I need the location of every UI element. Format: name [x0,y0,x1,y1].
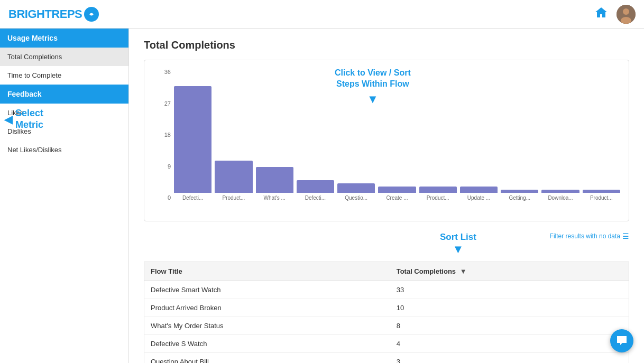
home-button[interactable] [594,6,608,23]
bar[interactable] [256,167,293,193]
filter-link[interactable]: Filter results with no data ☰ [550,232,629,240]
bar-group[interactable]: Questio... [337,183,375,201]
bar-label: Defecti... [182,195,203,201]
bar[interactable] [583,190,620,193]
bar[interactable] [174,86,211,193]
sidebar-section-usage: Usage Metrics [0,29,128,48]
filter-icon: ☰ [622,232,629,240]
sidebar-item-net-likes-dislikes[interactable]: Net Likes/Dislikes [0,141,128,159]
page-title: Total Completions [144,39,629,51]
table-row[interactable]: What's My Order Status 8 [144,317,629,335]
cell-completions: 10 [390,299,629,317]
bar-group[interactable]: What's ... [256,167,293,201]
logo-text-black: BRIGHT [8,7,51,21]
chat-button[interactable] [610,329,633,352]
y-label-0: 0 [168,194,171,201]
logo-text-blue: REPS [51,7,82,21]
table-header-row: Filter results with no data ☰ [144,232,629,240]
header-right [594,5,636,24]
bar-label: Downloa... [548,195,573,201]
bar-group[interactable]: Product... [419,187,457,201]
sort-desc-icon: ▼ [460,267,467,275]
bar[interactable] [215,161,252,193]
cell-flow-title: Question About Bill [144,353,390,364]
bar-group[interactable]: Create ... [378,187,416,201]
header: BRIGHTREPS [0,0,644,29]
bar-group[interactable]: Update ... [460,187,498,201]
bar-group[interactable]: Defecti... [174,86,211,201]
bar[interactable] [337,183,375,193]
bar[interactable] [419,187,457,193]
bar-label: What's ... [263,195,285,201]
sidebar-item-time-to-complete[interactable]: Time to Complete [0,66,128,85]
sort-annotation-container: Sort List ▼ Filter results with no data … [144,232,629,262]
svg-point-2 [623,8,629,15]
filter-text: Filter results with no data [550,232,620,240]
cell-completions: 3 [390,353,629,364]
cell-flow-title: Defective Smart Watch [144,281,390,299]
sidebar-item-dislikes[interactable]: Dislikes [0,122,128,141]
y-label-27: 27 [164,100,171,107]
y-axis: 36 27 18 9 0 [153,69,173,201]
logo-icon [84,7,99,22]
bar[interactable] [378,187,416,193]
sort-annotation: Sort List ▼ [440,232,476,256]
bar-label: Getting... [509,195,530,201]
completions-table: Flow Title Total Completions ▼ Defective… [144,262,629,363]
y-label-18: 18 [164,132,171,138]
bar-label: Defecti... [305,195,326,201]
chart-area: 36 27 18 9 0 Defecti... Product... What'… [153,69,620,217]
table-section: Sort List ▼ Filter results with no data … [144,232,629,363]
y-label-36: 36 [164,69,171,75]
sort-arrow-down-icon: ▼ [440,243,476,256]
avatar[interactable] [617,5,636,24]
table-header-row-el: Flow Title Total Completions ▼ [144,262,629,281]
table-row[interactable]: Defective S Watch 4 [144,335,629,353]
logo-text: BRIGHTREPS [8,7,82,21]
bar[interactable] [541,190,579,193]
table-body: Defective Smart Watch 33 Product Arrived… [144,281,629,364]
bar[interactable] [460,187,498,193]
bars-wrapper: Defecti... Product... What's ... Defecti… [174,69,620,217]
bar-label: Create ... [386,195,408,201]
col-flow-title: Flow Title [144,262,390,281]
app-layout: Usage Metrics Total Completions Time to … [0,29,644,363]
bar-group[interactable]: Defecti... [297,180,334,201]
sidebar: Usage Metrics Total Completions Time to … [0,29,129,363]
chart-container: Click to View / SortSteps Within Flow ▼ … [144,60,629,221]
cell-completions: 33 [390,281,629,299]
bar-label: Update ... [467,195,490,201]
bar-group[interactable]: Downloa... [541,190,579,201]
cell-flow-title: Defective S Watch [144,335,390,353]
table-head: Flow Title Total Completions ▼ [144,262,629,281]
table-row[interactable]: Defective Smart Watch 33 [144,281,629,299]
table-row[interactable]: Question About Bill 3 [144,353,629,364]
y-label-9: 9 [168,163,171,170]
bar-label: Product... [427,195,449,201]
bar[interactable] [297,180,334,193]
bar-label: Questio... [345,195,367,201]
cell-completions: 4 [390,335,629,353]
col-total-completions[interactable]: Total Completions ▼ [390,262,629,281]
bar-group[interactable]: Product... [583,190,620,201]
bar-group[interactable]: Getting... [501,190,538,201]
logo: BRIGHTREPS [8,7,99,22]
cell-flow-title: What's My Order Status [144,317,390,335]
sidebar-item-total-completions[interactable]: Total Completions [0,48,128,66]
sidebar-item-likes[interactable]: Likes [0,104,128,122]
cell-flow-title: Product Arrived Broken [144,299,390,317]
main-content: Total Completions Click to View / SortSt… [129,29,644,363]
bar-group[interactable]: Product... [215,161,252,201]
sidebar-section-feedback: Feedback [0,85,128,104]
cell-completions: 8 [390,317,629,335]
bar-label: Product... [590,195,613,201]
bar-label: Product... [222,195,245,201]
table-row[interactable]: Product Arrived Broken 10 [144,299,629,317]
bar[interactable] [501,190,538,193]
